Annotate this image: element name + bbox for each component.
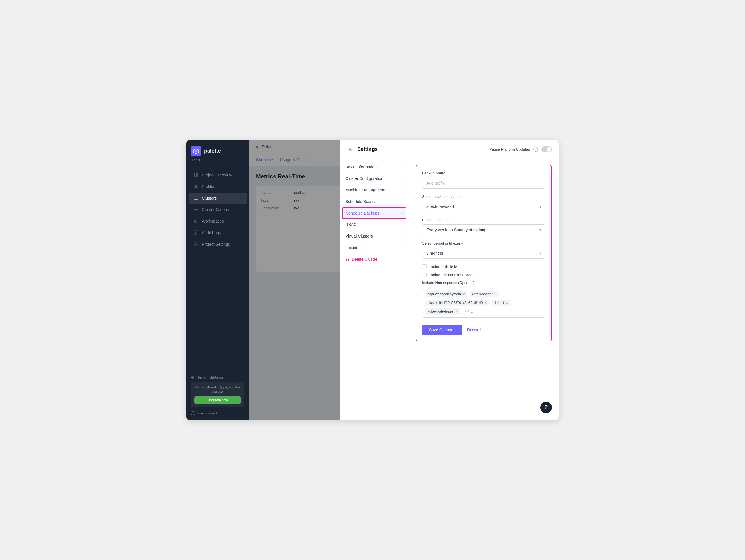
- namespace-tag-close-2[interactable]: ×: [484, 301, 487, 305]
- nav-item-label: Basic Information: [346, 165, 377, 169]
- namespace-tag-3[interactable]: default ×: [492, 300, 511, 306]
- sidebar-item-workspaces[interactable]: Workspaces: [189, 216, 247, 227]
- pause-toggle[interactable]: [542, 147, 552, 152]
- settings-panel: ✕ Settings Pause Platform Updates i Basi…: [339, 140, 559, 420]
- nav-schedule-scans[interactable]: Schedule Scans ›: [339, 196, 409, 207]
- logo-text: palette: [204, 148, 221, 154]
- footer-text: spectro cloud: [198, 411, 217, 415]
- svg-rect-8: [194, 198, 198, 198]
- sidebar-item-cluster-groups[interactable]: Cluster Groups: [189, 204, 247, 215]
- settings-body: Basic Information › Cluster Configuratio…: [339, 159, 559, 420]
- nav-location[interactable]: Location ›: [339, 242, 409, 253]
- chevron-right-icon: ›: [401, 223, 403, 227]
- sidebar-item-label: Cluster Groups: [202, 207, 229, 212]
- chevron-right-icon: ›: [401, 234, 403, 238]
- sidebar-version: 3.4.105: [186, 159, 249, 167]
- namespaces-box[interactable]: capi-webhook-system × cert-manager × clu…: [422, 288, 546, 318]
- sidebar-item-label: Project Settings: [202, 242, 230, 247]
- namespace-tag-2[interactable]: cluster-64df96d578701c5e85cf8140 ×: [425, 300, 489, 306]
- close-button[interactable]: ✕: [347, 145, 354, 154]
- upgrade-button[interactable]: Upgrade now: [194, 397, 241, 404]
- nav-basic-information[interactable]: Basic Information ›: [339, 161, 409, 173]
- svg-rect-16: [195, 231, 196, 232]
- sidebar-item-project-settings[interactable]: Project Settings: [189, 239, 247, 250]
- sidebar: palette 3.4.105 Project Overview: [186, 140, 249, 420]
- include-all-disks-checkbox[interactable]: [422, 265, 427, 269]
- cluster-groups-icon: [193, 207, 198, 212]
- chevron-right-icon: ›: [401, 246, 403, 250]
- nav-cluster-configuration[interactable]: Cluster Configuration ›: [339, 173, 409, 184]
- spectro-footer[interactable]: spectro cloud ‹: [191, 411, 245, 415]
- nav-item-label: Schedule Scans: [346, 199, 375, 204]
- modal-overlay: ✕ Settings Pause Platform Updates i Basi…: [249, 140, 559, 420]
- svg-point-10: [195, 209, 197, 211]
- svg-rect-9: [194, 199, 198, 199]
- namespace-tag-close-3[interactable]: ×: [506, 301, 508, 305]
- schedule-backups-form: Backup prefix Select backup location spe…: [416, 165, 552, 341]
- namespace-value: cert-manager: [472, 292, 492, 296]
- sidebar-item-label: Clusters: [202, 196, 217, 200]
- svg-marker-1: [195, 150, 197, 153]
- action-row: Save Changes Discard: [422, 325, 546, 335]
- backup-prefix-group: Backup prefix: [422, 171, 546, 189]
- expiry-label: Select period until expiry: [422, 241, 546, 245]
- include-all-disks-label: Include all disks: [429, 265, 458, 269]
- delete-cluster-item[interactable]: 🗑 Delete Cluster: [339, 253, 409, 265]
- backup-location-select-wrapper: spectro-aws-s3: [422, 201, 546, 212]
- pause-label: Pause Platform Updates: [489, 147, 530, 151]
- namespace-tag-0[interactable]: capi-webhook-system ×: [425, 291, 467, 297]
- namespace-value: cluster-64df96d578701c5e85cf8140: [428, 301, 483, 305]
- pause-info-icon[interactable]: i: [533, 147, 538, 152]
- help-button[interactable]: ?: [540, 402, 552, 413]
- settings-content-area: Backup prefix Select backup location spe…: [409, 159, 559, 420]
- svg-rect-3: [196, 173, 198, 175]
- expiry-select[interactable]: 3 months: [422, 248, 546, 259]
- namespaces-group: Include Namespaces (Optional) capi-webho…: [422, 281, 546, 318]
- backup-schedule-select[interactable]: Every week on Sunday at midnight: [422, 224, 546, 235]
- discard-button[interactable]: Discard: [467, 328, 481, 332]
- svg-point-11: [194, 209, 195, 210]
- namespace-tag-close-1[interactable]: ×: [494, 292, 497, 296]
- save-changes-button[interactable]: Save Changes: [422, 325, 462, 335]
- include-all-disks-row: Include all disks: [422, 265, 546, 269]
- svg-point-12: [197, 209, 198, 210]
- include-cluster-resources-checkbox[interactable]: [422, 273, 427, 277]
- nav-schedule-backups[interactable]: Schedule Backups ›: [342, 207, 406, 219]
- nav-item-label: RBAC: [346, 222, 357, 227]
- expiry-select-wrapper: 3 months: [422, 248, 546, 259]
- grid-icon: [193, 173, 198, 178]
- svg-rect-17: [195, 232, 196, 233]
- sidebar-item-label: Project Overview: [202, 173, 232, 177]
- settings-nav: Basic Information › Cluster Configuratio…: [339, 159, 409, 420]
- sidebar-item-project-overview[interactable]: Project Overview: [189, 169, 247, 181]
- namespaces-label: Include Namespaces (Optional): [422, 281, 546, 285]
- sidebar-logo: palette: [186, 140, 249, 159]
- nav-item-label: Cluster Configuration: [346, 176, 384, 181]
- chevron-right-icon: ›: [401, 199, 403, 204]
- backup-prefix-input[interactable]: [422, 178, 546, 189]
- svg-point-19: [195, 243, 197, 245]
- settings-title: Settings: [357, 146, 378, 152]
- chevron-right-icon: ›: [401, 177, 403, 181]
- profiles-icon: [193, 184, 198, 189]
- namespace-tag-close-4[interactable]: ×: [455, 309, 457, 313]
- trash-icon: 🗑: [346, 257, 350, 261]
- nav-virtual-clusters[interactable]: Virtual Clusters ›: [339, 230, 409, 242]
- sidebar-item-profiles[interactable]: Profiles: [189, 181, 247, 192]
- backup-location-select[interactable]: spectro-aws-s3: [422, 201, 546, 212]
- svg-point-14: [195, 221, 196, 222]
- namespaces-more[interactable]: + 4 ...: [462, 308, 476, 315]
- nav-rbac[interactable]: RBAC ›: [339, 219, 409, 230]
- sidebar-item-label: Workspaces: [202, 219, 224, 223]
- tenant-icon: ⚙: [191, 375, 194, 379]
- sidebar-item-audit-logs[interactable]: Audit Logs: [189, 227, 247, 238]
- namespace-value: capi-webhook-system: [428, 292, 461, 296]
- sidebar-item-clusters[interactable]: Clusters: [189, 193, 247, 204]
- svg-point-6: [195, 185, 197, 187]
- collapse-icon[interactable]: ‹: [243, 411, 245, 415]
- namespace-tag-1[interactable]: cert-manager ×: [469, 291, 499, 297]
- namespace-tag-close-0[interactable]: ×: [463, 292, 465, 296]
- namespace-tag-4[interactable]: kube-node-lease ×: [425, 308, 460, 315]
- sidebar-tenant-settings[interactable]: ⚙ Tenant Settings: [191, 373, 245, 382]
- nav-machine-management[interactable]: Machine Management ›: [339, 184, 409, 196]
